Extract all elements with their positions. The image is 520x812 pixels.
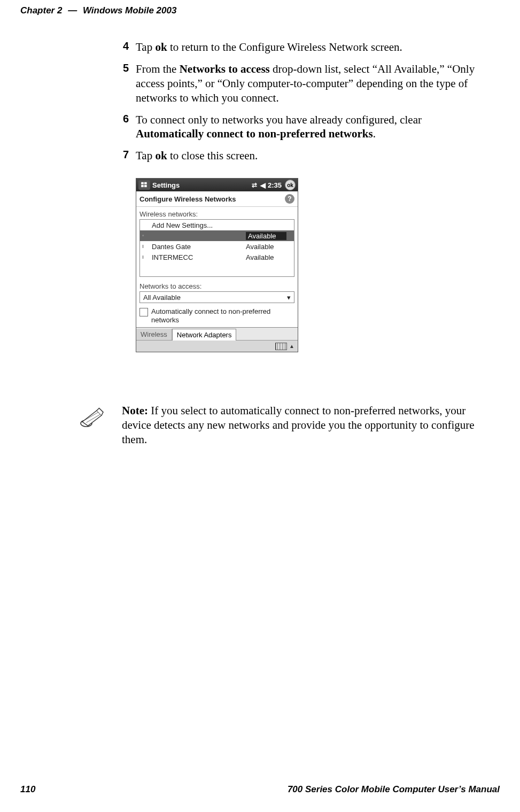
checkbox-label: Automatically connect to non-preferred n…: [151, 307, 294, 324]
window-title: Settings: [152, 181, 252, 189]
page-number: 110: [20, 784, 35, 795]
network-icon: ı: [142, 253, 150, 260]
svg-rect-1: [144, 182, 147, 184]
header-title: Windows Mobile 2003: [83, 5, 177, 16]
step-number: 4: [123, 40, 136, 55]
list-item[interactable]: ı Dantes Gate Available: [140, 241, 294, 252]
networks-to-access-dropdown[interactable]: All Available ▾: [139, 291, 294, 303]
svg-rect-0: [141, 182, 144, 184]
tab-wireless[interactable]: Wireless: [136, 329, 172, 340]
step-text: To connect only to networks you have alr…: [136, 113, 492, 142]
tab-bar: Wireless Network Adapters: [136, 327, 298, 340]
chapter-label: Chapter 2: [20, 5, 62, 16]
step-number: 5: [123, 62, 136, 105]
screen-heading-row: Configure Wireless Networks ?: [136, 191, 298, 207]
screen-body: Wireless networks: Add New Settings... ▪…: [136, 207, 298, 327]
keyboard-icon[interactable]: [275, 343, 287, 350]
device-screenshot: Settings ⇄ ◀ 2:35 ok Configure Wireless …: [136, 178, 492, 352]
speaker-icon[interactable]: ◀: [260, 181, 266, 189]
input-panel-bar: ▲: [136, 340, 298, 352]
list-item-add-new[interactable]: Add New Settings...: [140, 220, 294, 230]
step-text: Tap ok to close this screen.: [136, 149, 492, 163]
auto-connect-checkbox-row[interactable]: Automatically connect to non-preferred n…: [139, 307, 294, 324]
dropdown-value: All Available: [143, 293, 181, 301]
screen-heading: Configure Wireless Networks: [139, 195, 236, 203]
clock-time: 2:35: [268, 181, 282, 189]
network-icon: ı: [142, 243, 150, 249]
list-item-selected[interactable]: ▪ Available: [140, 230, 294, 241]
ok-button[interactable]: ok: [285, 180, 296, 190]
page-footer: 110 700 Series Color Mobile Computer Use…: [20, 784, 500, 795]
input-panel-arrow-icon[interactable]: ▲: [289, 343, 294, 349]
chevron-down-icon: ▾: [287, 293, 291, 301]
connectivity-icon[interactable]: ⇄: [252, 181, 257, 189]
note-label: Note:: [122, 404, 148, 417]
manual-title: 700 Series Color Mobile Computer User’s …: [288, 784, 500, 795]
page-header: Chapter 2 — Windows Mobile 2003: [20, 5, 500, 16]
list-item[interactable]: ı INTERMECC Available: [140, 252, 294, 262]
screenshot-frame: Settings ⇄ ◀ 2:35 ok Configure Wireless …: [136, 178, 298, 352]
network-icon: ▪: [142, 232, 150, 238]
networks-to-access-label: Networks to access:: [139, 282, 294, 290]
step-number: 6: [123, 113, 136, 142]
step-text: Tap ok to return to the Configure Wirele…: [136, 40, 492, 55]
step-4: 4 Tap ok to return to the Configure Wire…: [123, 40, 492, 55]
start-icon[interactable]: [138, 180, 150, 190]
note-text: Note: If you select to automatically con…: [111, 404, 491, 447]
content-area: 4 Tap ok to return to the Configure Wire…: [123, 40, 492, 352]
note-icon: [79, 404, 111, 431]
checkbox-icon[interactable]: [139, 308, 148, 316]
step-6: 6 To connect only to networks you have a…: [123, 113, 492, 142]
header-dash: —: [68, 5, 77, 16]
step-text: From the Networks to access drop-down li…: [136, 62, 492, 105]
tab-network-adapters[interactable]: Network Adapters: [172, 329, 237, 341]
window-titlebar: Settings ⇄ ◀ 2:35 ok: [136, 179, 298, 191]
step-7: 7 Tap ok to close this screen.: [123, 149, 492, 163]
note-block: Note: If you select to automatically con…: [79, 404, 491, 447]
help-icon[interactable]: ?: [285, 194, 294, 204]
wireless-networks-label: Wireless networks:: [139, 210, 294, 218]
svg-rect-2: [141, 185, 144, 187]
step-5: 5 From the Networks to access drop-down …: [123, 62, 492, 105]
step-number: 7: [123, 149, 136, 163]
svg-rect-3: [144, 185, 147, 187]
wireless-networks-list[interactable]: Add New Settings... ▪ Available ı Dantes…: [139, 219, 294, 277]
